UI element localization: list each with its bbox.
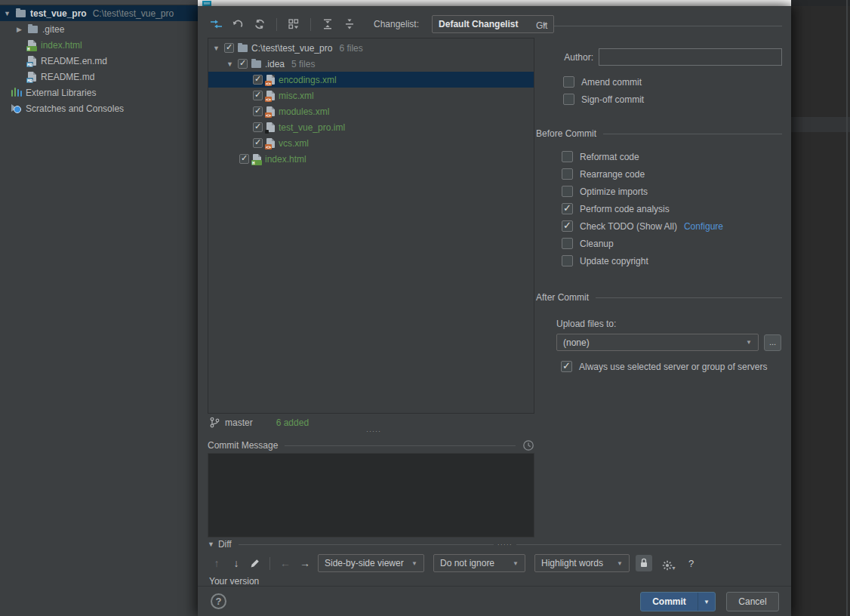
- whitespace-select[interactable]: Do not ignore ▼: [433, 554, 525, 572]
- refresh-icon[interactable]: [252, 17, 267, 32]
- commit-button[interactable]: Commit ▼: [640, 592, 716, 611]
- splitter-handle[interactable]: ·····: [362, 429, 385, 433]
- tree-row-vcs[interactable]: <> vcs.xml: [208, 135, 534, 151]
- commit-options-panel: Git Author: Amend commit Sign-off commit…: [536, 12, 785, 375]
- help-icon[interactable]: ?: [688, 558, 694, 569]
- splitter-handle[interactable]: ·····: [494, 542, 516, 547]
- tree-row-encodings[interactable]: <> encodings.xml: [208, 72, 534, 88]
- next-difference-icon[interactable]: ↓: [229, 557, 243, 569]
- cleanup-option[interactable]: Cleanup: [562, 235, 785, 252]
- option-label: Update copyright: [580, 256, 648, 266]
- rearrange-checkbox[interactable]: [562, 168, 573, 180]
- include-checkbox[interactable]: [253, 75, 263, 85]
- configure-link[interactable]: Configure: [684, 221, 723, 232]
- author-input[interactable]: [599, 48, 782, 66]
- jump-forward-icon[interactable]: →: [298, 557, 312, 569]
- expand-all-icon[interactable]: [320, 17, 335, 32]
- changelist-label: Changelist:: [374, 19, 419, 29]
- settings-icon[interactable]: ▼: [658, 555, 676, 571]
- sidebar-item-project-root[interactable]: ▼ test_vue_pro C:\test\test_vue_pro: [0, 5, 199, 21]
- dialog-titlebar[interactable]: [198, 0, 791, 6]
- commit-message-label: Commit Message: [208, 440, 278, 451]
- cancel-button[interactable]: Cancel: [726, 592, 779, 611]
- include-checkbox[interactable]: [253, 138, 263, 148]
- code-analysis-option[interactable]: Perform code analysis: [562, 200, 785, 217]
- separator-line: ·····: [239, 544, 781, 545]
- check-todo-checkbox[interactable]: [562, 220, 573, 232]
- cleanup-checkbox[interactable]: [562, 238, 573, 249]
- node-label: Scratches and Consoles: [26, 103, 124, 114]
- tree-row-iml[interactable]: test_vue_pro.iml: [208, 119, 534, 135]
- sidebar-item-readme[interactable]: MD README.md: [0, 69, 199, 85]
- include-checkbox[interactable]: [253, 106, 263, 116]
- rollback-icon[interactable]: [230, 17, 245, 32]
- always-use-server-option[interactable]: Always use selected server or group of s…: [536, 358, 785, 375]
- tree-row-index-html[interactable]: H index.html: [208, 151, 534, 167]
- always-use-server-checkbox[interactable]: [561, 361, 572, 372]
- chevron-down-icon[interactable]: ▼: [226, 60, 234, 68]
- amend-checkbox[interactable]: [563, 76, 574, 88]
- code-analysis-checkbox[interactable]: [562, 203, 573, 214]
- optimize-checkbox[interactable]: [562, 186, 573, 197]
- reformat-checkbox[interactable]: [562, 151, 573, 162]
- sidebar-item-readme-en[interactable]: MD README.en.md: [0, 53, 199, 69]
- tree-row-modules[interactable]: <> modules.xml: [208, 103, 534, 119]
- check-todo-option[interactable]: Check TODO (Show All) Configure: [562, 217, 785, 235]
- include-checkbox[interactable]: [239, 154, 249, 164]
- dialog-titlebar-icon: [202, 1, 211, 6]
- tree-row-label: encodings.xml: [279, 75, 337, 85]
- signoff-commit-option[interactable]: Sign-off commit: [563, 91, 785, 108]
- sidebar-item-index-html[interactable]: H index.html: [0, 37, 199, 53]
- edit-icon[interactable]: [249, 557, 261, 569]
- signoff-checkbox[interactable]: [563, 94, 574, 105]
- xml-file-icon: <>: [266, 106, 275, 116]
- chevron-down-icon: ▼: [411, 560, 417, 567]
- toolbar-separator: [269, 557, 270, 570]
- help-button[interactable]: ?: [211, 593, 226, 609]
- tree-row-misc[interactable]: <> misc.xml: [208, 88, 534, 103]
- upload-target-select[interactable]: (none) ▼: [556, 334, 759, 351]
- sidebar-item-gitee[interactable]: ▶ .gitee: [0, 21, 199, 37]
- before-commit-options: Reformat code Rearrange code Optimize im…: [536, 148, 785, 270]
- lock-icon[interactable]: [636, 555, 652, 571]
- file-count: 6 files: [339, 43, 362, 54]
- chevron-down-icon: ▼: [513, 560, 519, 567]
- commit-dropdown-button[interactable]: ▼: [698, 593, 715, 611]
- viewer-select[interactable]: Side-by-side viewer ▼: [318, 554, 424, 572]
- tree-row-idea[interactable]: ▼ .idea 5 files: [208, 56, 534, 72]
- branch-bar: master 6 added: [209, 417, 309, 428]
- chevron-down-icon[interactable]: ▼: [3, 10, 11, 17]
- highlight-select[interactable]: Highlight words ▼: [534, 554, 630, 572]
- tree-row-label: modules.xml: [279, 106, 329, 117]
- editor-scrollbar[interactable]: [846, 0, 848, 616]
- chevron-right-icon[interactable]: ▶: [15, 26, 23, 33]
- toolbar-separator: [310, 18, 311, 31]
- sidebar-item-scratches[interactable]: Scratches and Consoles: [0, 100, 199, 116]
- tree-row-root[interactable]: ▼ C:\test\test_vue_pro 6 files: [208, 40, 534, 56]
- update-copyright-option[interactable]: Update copyright: [562, 252, 785, 270]
- jump-back-icon[interactable]: ←: [279, 557, 292, 569]
- include-checkbox[interactable]: [253, 91, 263, 100]
- author-row: Author:: [536, 48, 785, 66]
- include-checkbox[interactable]: [253, 122, 263, 132]
- sidebar-item-external-libraries[interactable]: External Libraries: [0, 85, 199, 100]
- include-checkbox[interactable]: [224, 43, 234, 53]
- show-diff-icon[interactable]: [208, 17, 223, 32]
- group-by-icon[interactable]: [286, 17, 301, 32]
- previous-difference-icon[interactable]: ↑: [210, 557, 223, 569]
- rearrange-code-option[interactable]: Rearrange code: [562, 165, 785, 183]
- commit-message-input[interactable]: [208, 453, 534, 537]
- diff-section-header[interactable]: ▼ Diff ·····: [208, 539, 781, 550]
- git-branch-icon: [209, 417, 220, 428]
- chevron-down-icon[interactable]: ▼: [212, 45, 220, 52]
- collapse-all-icon[interactable]: [342, 17, 357, 32]
- reformat-code-option[interactable]: Reformat code: [562, 148, 785, 165]
- browse-servers-button[interactable]: ...: [764, 334, 781, 351]
- clock-history-icon[interactable]: [522, 439, 534, 451]
- external-libraries-icon: [11, 88, 21, 97]
- chevron-down-icon[interactable]: ▼: [208, 541, 214, 548]
- amend-commit-option[interactable]: Amend commit: [563, 73, 785, 91]
- include-checkbox[interactable]: [238, 59, 248, 69]
- optimize-imports-option[interactable]: Optimize imports: [562, 183, 785, 200]
- update-copyright-checkbox[interactable]: [562, 255, 573, 266]
